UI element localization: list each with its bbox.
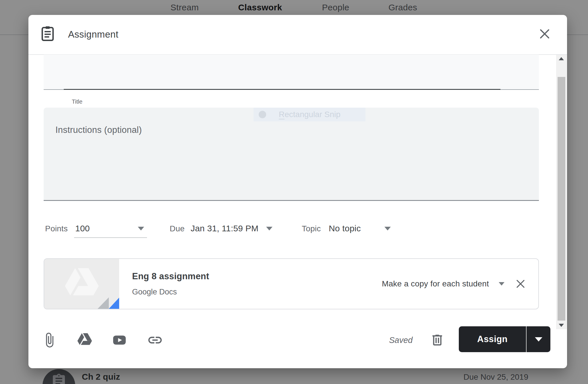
points-dropdown-icon[interactable] [138,227,144,230]
snip-tooltip-text: Rectangular Snip [279,110,341,119]
instructions-field[interactable]: Instructions (optional) Rectangular Snip [44,108,539,201]
screen: Stream Classwork People Grades Ch 2 quiz… [0,0,588,384]
topic-dropdown-icon[interactable] [384,227,391,230]
scrollbar-down-icon[interactable] [559,324,564,327]
add-from-drive-button[interactable] [77,332,93,348]
attachment-thumbnail[interactable] [44,259,119,309]
snip-tool-icon [259,111,266,118]
save-status: Saved [389,334,413,346]
dialog-title: Assignment [68,28,118,41]
topic-label: Topic [302,223,321,234]
assign-button-label: Assign [477,334,508,344]
points-value[interactable]: 100 [75,223,90,234]
title-field[interactable]: Title English 8 assignment [44,55,539,90]
youtube-icon [111,344,127,349]
instructions-placeholder: Instructions (optional) [55,124,142,136]
google-drive-watermark-icon [63,266,100,300]
add-link-button[interactable] [147,332,163,348]
assign-button[interactable]: Assign [459,326,526,352]
insert-link-icon [147,344,163,349]
chevron-down-icon [535,337,542,342]
assign-options-button[interactable] [527,326,550,352]
title-field-label: Title [72,98,82,106]
thumbnail-fold-corner [109,297,119,309]
attachment-type: Google Docs [132,286,177,297]
close-icon[interactable] [537,26,552,41]
snip-tooltip-ghost: Rectangular Snip [254,108,365,121]
delete-draft-button[interactable] [430,333,444,347]
attachment-card: Eng 8 assignment Google Docs Make a copy… [44,258,539,309]
points-underline [74,237,147,238]
google-drive-icon [77,342,93,347]
assignment-clipboard-icon [41,26,55,43]
assign-split-button: Assign [459,326,550,352]
assignment-dialog: Assignment Title English 8 assignment In… [28,15,567,368]
due-label: Due [170,223,185,234]
topic-value[interactable]: No topic [329,223,361,234]
paperclip-icon [41,344,57,349]
attachment-title[interactable]: Eng 8 assignment [132,270,209,282]
due-dropdown-icon[interactable] [266,227,272,230]
attach-file-button[interactable] [41,332,57,348]
copy-option-dropdown-icon[interactable] [499,282,504,286]
dialog-scrollbar[interactable] [556,55,567,329]
remove-attachment-icon[interactable] [514,278,527,290]
trash-icon [430,343,444,348]
scrollbar-thumb[interactable] [558,77,565,321]
copy-option-select[interactable]: Make a copy for each student [382,279,489,288]
due-value[interactable]: Jan 31, 11:59 PM [191,223,258,234]
scrollbar-up-icon[interactable] [559,57,564,60]
points-label: Points [45,223,68,234]
title-underline-focus [64,89,500,90]
add-youtube-button[interactable] [111,332,127,348]
